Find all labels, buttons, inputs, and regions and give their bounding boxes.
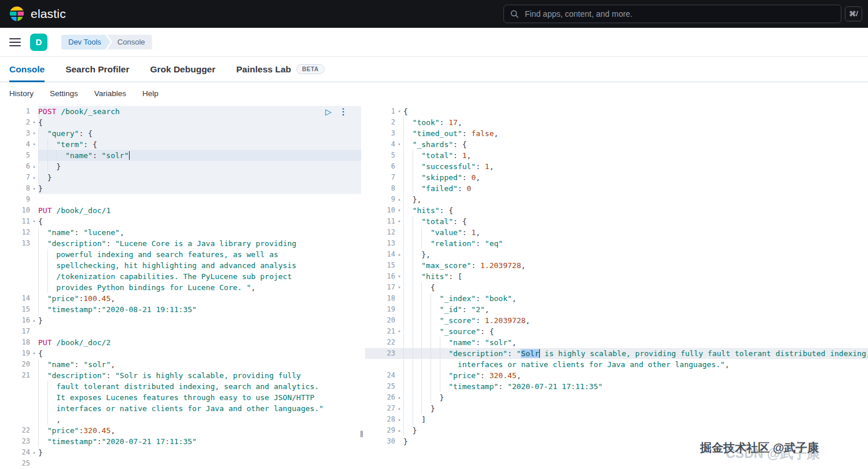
indent-guide bbox=[431, 337, 440, 348]
code-token: : bbox=[106, 371, 115, 380]
code-token: , bbox=[512, 294, 517, 303]
code-text: "took": 17, bbox=[403, 117, 868, 128]
fold-toggle-icon[interactable]: ▴ bbox=[395, 392, 403, 403]
code-token: } bbox=[47, 173, 52, 182]
gutter-cell bbox=[0, 282, 38, 293]
fold-toggle-icon[interactable]: ▾ bbox=[395, 205, 403, 216]
code-token: : bbox=[93, 151, 102, 160]
indent-guide bbox=[403, 227, 413, 238]
global-search-box[interactable] bbox=[503, 5, 841, 23]
code-line: 21"description": "Solr is highly scalabl… bbox=[0, 370, 365, 381]
line-number: 17 bbox=[387, 282, 395, 293]
indent-guide bbox=[403, 425, 413, 436]
indent-guide bbox=[38, 436, 47, 447]
indent-guide bbox=[47, 381, 57, 392]
line-number: 23 bbox=[387, 348, 395, 359]
tab-painless-lab[interactable]: Painless Lab BETA bbox=[236, 57, 325, 82]
fold-toggle-icon[interactable]: ▾ bbox=[395, 106, 403, 117]
code-token: : { bbox=[79, 129, 92, 138]
indent-guide bbox=[403, 128, 413, 139]
code-token: 320.45 bbox=[83, 426, 111, 435]
code-text: "skipped": 0, bbox=[403, 172, 868, 183]
code-text: PUT /book/_doc/1 bbox=[38, 205, 365, 216]
gutter-cell: 8▴ bbox=[0, 183, 38, 194]
space-avatar[interactable]: D bbox=[30, 34, 47, 51]
code-text bbox=[38, 458, 365, 469]
code-line: 27▴} bbox=[365, 403, 868, 414]
code-line: powerful indexing and search features, a… bbox=[0, 249, 365, 260]
fold-toggle-icon[interactable]: ▾ bbox=[30, 117, 38, 128]
code-text: } bbox=[403, 425, 868, 436]
indent-guide bbox=[47, 414, 57, 425]
search-input[interactable] bbox=[524, 9, 835, 19]
gutter-cell: 4▾ bbox=[0, 139, 38, 150]
split-drag-handle[interactable]: ‖ bbox=[360, 430, 363, 439]
gutter-cell: 18 bbox=[0, 337, 38, 348]
gutter-cell: 28▴ bbox=[365, 414, 403, 425]
breadcrumb-dev-tools[interactable]: Dev Tools bbox=[61, 35, 111, 50]
gutter-cell bbox=[0, 249, 38, 260]
fold-toggle-icon[interactable]: ▴ bbox=[30, 315, 38, 326]
send-request-icon[interactable]: ▷ bbox=[325, 107, 332, 116]
request-editor[interactable]: 1POST /book/_search2▾{3▾"query": {4▾"ter… bbox=[0, 104, 365, 469]
code-token: : { bbox=[480, 327, 494, 336]
fold-toggle-icon[interactable]: ▴ bbox=[395, 249, 403, 260]
tab-grok-debugger[interactable]: Grok Debugger bbox=[150, 57, 215, 82]
code-token: } bbox=[440, 393, 444, 402]
fold-toggle-icon[interactable]: ▾ bbox=[30, 216, 38, 227]
code-token: false bbox=[471, 129, 494, 138]
code-line: 21▾"_source": { bbox=[365, 326, 868, 337]
indent-guide bbox=[413, 271, 422, 282]
menu-item-history[interactable]: History bbox=[9, 89, 34, 98]
fold-toggle-icon[interactable]: ▾ bbox=[395, 216, 403, 227]
code-token: PUT bbox=[38, 338, 56, 347]
menu-icon[interactable] bbox=[9, 38, 21, 46]
fold-toggle-icon[interactable]: ▴ bbox=[30, 447, 38, 458]
selected-text: Solr bbox=[521, 349, 539, 358]
code-text: "query": { bbox=[38, 128, 361, 139]
code-line: 23"timestamp":"2020-07-21 17:11:35" bbox=[0, 436, 365, 447]
code-token: "failed" bbox=[421, 184, 458, 193]
fold-toggle-icon[interactable]: ▾ bbox=[395, 282, 403, 293]
menu-item-help[interactable]: Help bbox=[142, 89, 159, 98]
indent-guide bbox=[403, 238, 413, 249]
fold-toggle-icon[interactable]: ▾ bbox=[395, 326, 403, 337]
gutter-cell: 26▴ bbox=[365, 392, 403, 403]
code-token: , bbox=[512, 338, 517, 347]
elastic-logo[interactable]: elastic bbox=[8, 5, 66, 23]
gutter-cell: 10▾ bbox=[365, 205, 403, 216]
request-options-icon[interactable]: ⋮ bbox=[339, 107, 348, 117]
fold-toggle-icon[interactable]: ▾ bbox=[395, 139, 403, 150]
fold-toggle-icon[interactable]: ▴ bbox=[30, 161, 38, 172]
code-token: "2" bbox=[471, 305, 484, 314]
fold-toggle-icon[interactable]: ▴ bbox=[395, 414, 403, 425]
fold-toggle-icon[interactable]: ▴ bbox=[395, 403, 403, 414]
fold-toggle-icon[interactable]: ▾ bbox=[30, 139, 38, 150]
indent-guide bbox=[403, 359, 413, 370]
indent-guide bbox=[431, 392, 440, 403]
code-token: /book/_search bbox=[61, 107, 120, 116]
fold-toggle-icon[interactable]: ▴ bbox=[30, 183, 38, 194]
code-line: 24"price": 320.45, bbox=[365, 370, 868, 381]
gutter-cell: 18 bbox=[365, 293, 403, 304]
fold-toggle-icon[interactable]: ▾ bbox=[30, 348, 38, 359]
code-token: "timed_out" bbox=[413, 129, 462, 138]
code-line: 2▾{ bbox=[0, 117, 365, 128]
indent-guide bbox=[403, 183, 413, 194]
breadcrumb-console[interactable]: Console bbox=[107, 35, 152, 50]
fold-toggle-icon[interactable]: ▾ bbox=[395, 271, 403, 282]
fold-toggle-icon[interactable]: ▾ bbox=[30, 128, 38, 139]
tab-console[interactable]: Console bbox=[9, 57, 45, 82]
fold-toggle-icon[interactable]: ▴ bbox=[30, 172, 38, 183]
tab-search-profiler[interactable]: Search Profiler bbox=[65, 57, 129, 82]
indent-guide bbox=[413, 370, 422, 381]
fold-toggle-icon[interactable]: ▴ bbox=[395, 194, 403, 205]
menu-item-variables[interactable]: Variables bbox=[94, 89, 126, 98]
menu-item-settings[interactable]: Settings bbox=[50, 89, 78, 98]
gutter-cell: 14 bbox=[0, 293, 38, 304]
indent-guide bbox=[403, 249, 413, 260]
code-line: 6▴} bbox=[0, 161, 365, 172]
response-editor[interactable]: 1▾{2"took": 17,3"timed_out": false,4▾"_s… bbox=[365, 104, 868, 469]
indent-guide bbox=[440, 381, 449, 392]
fold-toggle-icon[interactable]: ▴ bbox=[395, 425, 403, 436]
